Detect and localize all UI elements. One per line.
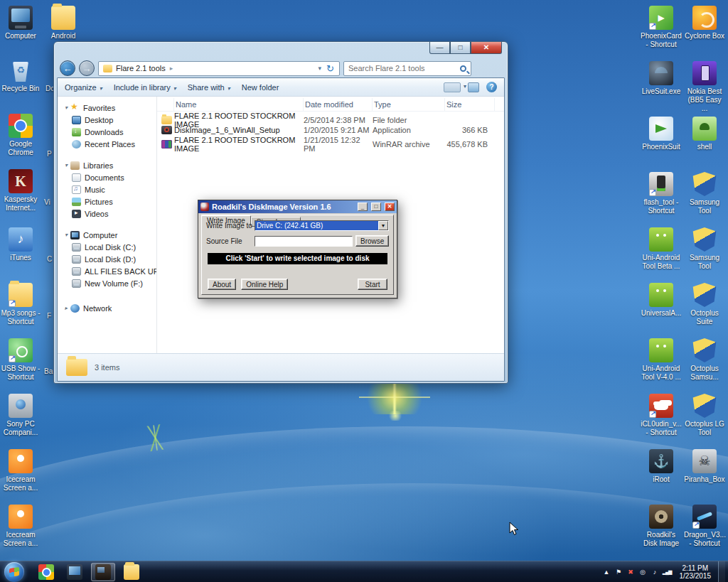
dialog-titlebar[interactable]: Roadkil's DiskImage Version 1.6 _ □ ✕ <box>198 200 397 213</box>
start-button[interactable]: Start <box>358 279 387 290</box>
breadcrumb[interactable]: Flare 2.1 tools <box>116 64 166 72</box>
expand-arrow-icon[interactable]: ▾ <box>62 162 70 168</box>
preview-pane-button[interactable] <box>468 82 479 92</box>
sidebar-item-downloads[interactable]: Downloads <box>62 126 156 138</box>
column-header-size[interactable]: Size <box>445 98 495 112</box>
desktop-icon-nokia-best[interactable]: Nokia Best (BB5 Easy ... <box>684 61 725 113</box>
desktop-icon-uni-android-v4[interactable]: Uni-Android Tool V-4.0 ... <box>641 338 682 382</box>
sidebar-item-desktop[interactable]: Desktop <box>62 114 156 126</box>
taskbar-explorer-button[interactable] <box>119 563 144 581</box>
desktop-icon-kaspersky[interactable]: Kaspersky Internet... <box>0 169 41 212</box>
desktop-icon-recycle-bin[interactable]: Recycle Bin <box>0 58 41 93</box>
column-header-date-modified[interactable]: Date modified <box>304 98 373 112</box>
desktop-icon-roadkil-disk-image[interactable]: Roadkil's Disk Image <box>641 505 682 548</box>
column-header-type[interactable]: Type <box>373 98 445 112</box>
desktop-icon-google-chrome[interactable]: Google Chrome <box>0 114 41 157</box>
column-header-name[interactable]: Name <box>174 98 304 112</box>
sidebar-item-documents[interactable]: Documents <box>62 171 156 183</box>
network-icon[interactable]: ▂▄▆ <box>662 569 673 575</box>
sidebar-group-favorites[interactable]: ▾ Favorites <box>62 102 156 114</box>
taskbar-image-viewer-button[interactable] <box>91 563 115 581</box>
dialog-maximize-button[interactable]: □ <box>371 203 381 211</box>
desktop-icon-octoplus-samsung[interactable]: Octoplus Samsu... <box>684 338 725 382</box>
desktop-icon-universal-adb[interactable]: UniversalA... <box>641 283 682 318</box>
clock[interactable]: 2:11 PM 1/23/2015 <box>674 564 717 580</box>
organize-button[interactable]: Organize <box>65 83 102 92</box>
expand-arrow-icon[interactable]: ▾ <box>62 232 70 238</box>
refresh-icon[interactable]: ↻ <box>324 63 336 74</box>
search-box[interactable]: Search Flare 2.1 tools <box>343 61 471 76</box>
alert-icon[interactable]: ✖ <box>626 568 636 576</box>
partial-desktop-icon-label[interactable]: P <box>47 150 52 158</box>
desktop-icon-usb-show[interactable]: USB Show - Shortcut <box>0 338 41 382</box>
desktop-icon-mp3-songs[interactable]: Mp3 songs - Shortcut <box>0 283 41 326</box>
sidebar-item-new-volume-f[interactable]: New Volume (F:) <box>62 277 156 289</box>
desktop-icon-octoplus-suite[interactable]: Octoplus Suite <box>684 283 725 326</box>
desktop-icon-shell[interactable]: shell <box>684 117 725 151</box>
source-file-input[interactable] <box>255 236 353 247</box>
desktop-icon-livesuit[interactable]: LiveSuit.exe <box>641 61 682 96</box>
file-row[interactable]: DiskImage_1_6_WinAll_Setup 1/20/2015 9:2… <box>157 124 504 136</box>
forward-button[interactable]: → <box>79 60 95 76</box>
desktop-icon-dragon[interactable]: Dragon_V3... - Shortcut <box>684 505 725 548</box>
maximize-button[interactable]: □ <box>450 42 471 54</box>
desktop-icon-phoenixsuit[interactable]: PhoenixSuit <box>641 117 682 151</box>
minimize-button[interactable]: — <box>429 42 450 54</box>
desktop-icon-icloudin[interactable]: iCL0udin_v... - Shortcut <box>641 394 682 437</box>
desktop-icon-sony-pc-companion[interactable]: Sony PC Compani... <box>0 394 41 437</box>
dropdown-arrow-icon[interactable]: ▼ <box>378 221 388 230</box>
expand-arrow-icon[interactable]: ▾ <box>62 104 70 111</box>
desktop-icon-samsung-tool[interactable]: Samsung Tool <box>684 227 725 271</box>
search-icon[interactable] <box>460 65 466 72</box>
desktop-icon-phoenixcard[interactable]: PhoenixCard - Shortcut <box>641 6 682 49</box>
desktop-icon-itunes[interactable]: iTunes <box>0 227 41 262</box>
change-view-button[interactable] <box>444 82 461 92</box>
file-row[interactable]: FLARE 2.1 ROOTED STOCKROM IMAGE 1/21/201… <box>157 136 504 148</box>
dialog-minimize-button[interactable]: _ <box>358 203 368 211</box>
desktop-icon-computer[interactable]: Computer <box>0 6 41 41</box>
partial-desktop-icon-label[interactable]: Ba <box>44 367 53 375</box>
bluetooth-icon[interactable]: ◎ <box>638 568 648 576</box>
desktop-icon-icecream-screen-recorder[interactable]: Icecream Screen a... <box>0 449 41 492</box>
close-button[interactable]: ✕ <box>471 42 502 54</box>
about-button[interactable]: About <box>208 279 236 290</box>
sidebar-item-local-disk-d[interactable]: Local Disk (D:) <box>62 253 156 265</box>
sidebar-item-recent-places[interactable]: Recent Places <box>62 138 156 150</box>
sidebar-group-network[interactable]: ▸ Network <box>62 302 156 314</box>
new-folder-button[interactable]: New folder <box>242 83 279 92</box>
sidebar-group-libraries[interactable]: ▾ Libraries <box>62 159 156 171</box>
taskbar-computer-button[interactable] <box>63 563 87 581</box>
taskbar-chrome-button[interactable] <box>34 563 58 581</box>
dialog-close-button[interactable]: ✕ <box>385 203 395 211</box>
volume-icon[interactable]: ♪ <box>650 568 660 576</box>
breadcrumb-chevron-icon[interactable]: ▸ <box>170 65 173 72</box>
share-with-button[interactable]: Share with <box>188 83 230 92</box>
sidebar-item-music[interactable]: Music <box>62 183 156 195</box>
sidebar-item-all-files-back-up[interactable]: ALL FILES BACK UP ( <box>62 265 156 277</box>
drive-select[interactable]: Drive C: (242.41 GB) ▼ <box>255 220 389 231</box>
include-in-library-button[interactable]: Include in library <box>114 83 176 92</box>
desktop-icon-android[interactable]: Android <box>43 6 84 41</box>
desktop-icon-octoplus-lg[interactable]: Octoplus LG Tool <box>684 394 725 437</box>
desktop-icon-iroot[interactable]: iRoot <box>641 449 682 484</box>
browse-button[interactable]: Browse <box>355 235 389 247</box>
back-button[interactable]: ← <box>60 60 75 76</box>
show-hidden-icons-button[interactable]: ▲ <box>601 568 612 576</box>
start-button[interactable] <box>4 562 24 582</box>
partial-desktop-icon-label[interactable]: Vi <box>44 198 50 206</box>
desktop-icon-flash-tool[interactable]: flash_tool - Shortcut <box>641 172 682 215</box>
show-desktop-button[interactable] <box>718 561 725 582</box>
sidebar-item-pictures[interactable]: Pictures <box>62 195 156 208</box>
sidebar-group-computer[interactable]: ▾ Computer <box>62 229 156 241</box>
help-button[interactable]: ? <box>486 82 497 92</box>
address-dropdown-icon[interactable]: ▾ <box>316 65 325 72</box>
file-row[interactable]: FLARE 2.1 ROOTED STOCKROM IMAGE 2/5/2014… <box>157 112 504 124</box>
desktop-icon-icecream-screen-recorder[interactable]: Icecream Screen a... <box>0 505 41 548</box>
desktop-icon-cyclone-box[interactable]: Cyclone Box <box>684 6 725 41</box>
sidebar-item-local-disk-c[interactable]: Local Disk (C:) <box>62 241 156 253</box>
desktop-icon-samsung-tool[interactable]: Samsung Tool <box>684 172 725 215</box>
action-center-flag-icon[interactable]: ⚑ <box>614 568 624 576</box>
desktop-icon-piranha-box[interactable]: Piranha_Box <box>684 449 725 484</box>
sidebar-item-videos[interactable]: Videos <box>62 208 156 220</box>
desktop-icon-uni-android-beta[interactable]: Uni-Android Tool Beta ... <box>641 227 682 271</box>
